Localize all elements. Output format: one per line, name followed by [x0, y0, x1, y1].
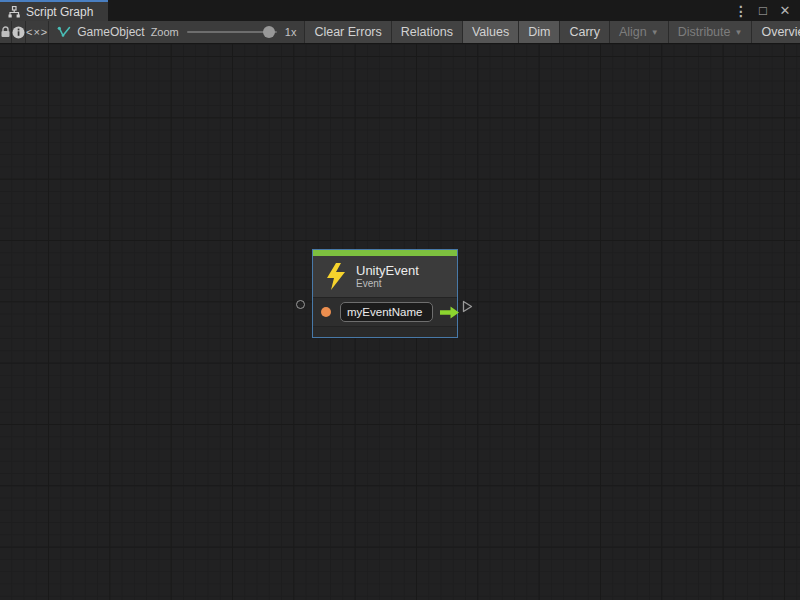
- node-titles: UnityEvent Event: [356, 263, 419, 290]
- info-icon: [12, 26, 25, 39]
- chevron-down-icon: ▼: [734, 29, 742, 37]
- tab-script-graph[interactable]: Script Graph: [0, 0, 108, 21]
- toolbar-buttons: Clear Errors Relations Values Dim Carry …: [304, 21, 800, 43]
- dim-toggle[interactable]: Dim: [518, 21, 559, 43]
- zoom-slider[interactable]: [187, 31, 277, 33]
- node-title: UnityEvent: [356, 263, 419, 278]
- zoom-value: 1x: [285, 26, 297, 38]
- dim-label: Dim: [528, 25, 550, 39]
- code-icon: <×>: [26, 26, 48, 38]
- gameobject-label: GameObject: [77, 25, 144, 39]
- maximize-icon[interactable]: □: [754, 2, 772, 20]
- graph-hierarchy-icon: [8, 6, 20, 18]
- tabbar-spacer: [108, 0, 732, 21]
- event-name-field[interactable]: [340, 302, 433, 322]
- node-port-row: [313, 297, 457, 326]
- align-dropdown[interactable]: Align ▼: [609, 21, 668, 43]
- distribute-label: Distribute: [678, 25, 731, 39]
- values-label: Values: [472, 25, 509, 39]
- input-port-icon[interactable]: [321, 307, 331, 317]
- relations-button[interactable]: Relations: [391, 21, 462, 43]
- close-icon[interactable]: ✕: [776, 2, 794, 20]
- code-view-button[interactable]: <×>: [26, 21, 49, 43]
- tab-label: Script Graph: [26, 5, 93, 19]
- node-header[interactable]: UnityEvent Event: [313, 256, 457, 297]
- distribute-dropdown[interactable]: Distribute ▼: [668, 21, 752, 43]
- trigger-output-arrow-icon[interactable]: [439, 306, 460, 319]
- zoom-label: Zoom: [151, 26, 179, 38]
- align-label: Align: [619, 25, 647, 39]
- script-graph-window: Script Graph ⋮ □ ✕: [0, 0, 800, 600]
- external-input-port-icon[interactable]: [296, 300, 305, 309]
- overview-label: Overview: [761, 25, 800, 39]
- chevron-down-icon: ▼: [651, 29, 659, 37]
- relations-label: Relations: [401, 25, 453, 39]
- node-subtitle: Event: [356, 278, 419, 290]
- clear-errors-button[interactable]: Clear Errors: [304, 21, 390, 43]
- node-footer: [313, 326, 457, 337]
- lightning-bolt-icon: [325, 263, 346, 290]
- graph-canvas[interactable]: UnityEvent Event: [0, 44, 800, 600]
- gameobject-target[interactable]: GameObject: [49, 21, 144, 43]
- tab-bar: Script Graph ⋮ □ ✕: [0, 0, 800, 21]
- external-output-port-icon[interactable]: [462, 299, 473, 317]
- overview-button[interactable]: Overview: [751, 21, 800, 43]
- values-toggle[interactable]: Values: [462, 21, 518, 43]
- carry-label: Carry: [569, 25, 600, 39]
- carry-toggle[interactable]: Carry: [559, 21, 609, 43]
- unity-event-node[interactable]: UnityEvent Event: [312, 249, 458, 338]
- window-controls: ⋮ □ ✕: [732, 0, 800, 21]
- gameobject-graph-icon: [57, 26, 71, 38]
- clear-errors-label: Clear Errors: [314, 25, 381, 39]
- zoom-control: Zoom 1x: [151, 21, 303, 43]
- lock-button[interactable]: [0, 21, 12, 43]
- graph-toolbar: <×> GameObject Zoom 1x Clear Errors: [0, 21, 800, 44]
- zoom-slider-handle[interactable]: [263, 26, 275, 38]
- info-button[interactable]: [12, 21, 26, 43]
- window-menu-icon[interactable]: ⋮: [732, 2, 750, 20]
- lock-icon: [0, 26, 11, 38]
